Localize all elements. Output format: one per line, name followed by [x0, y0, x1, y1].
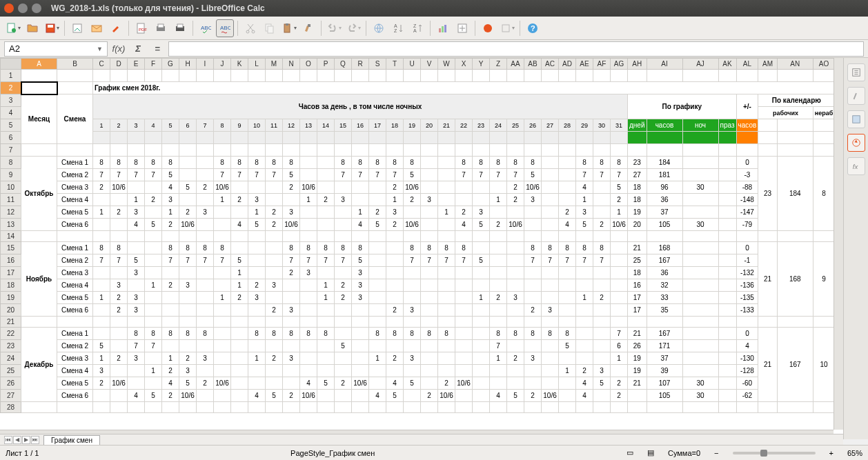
zoom-button[interactable] [498, 19, 516, 37]
svg-rect-9 [158, 24, 164, 28]
status-bar: Лист 1 / 1 PageStyle_График смен ▭ ▤ Сум… [0, 445, 868, 460]
sidebar-navigator-button[interactable] [847, 134, 865, 152]
sheet-tab-active[interactable]: График смен [43, 435, 100, 445]
sheet-tabs: ⏮ ◀ ▶ ⏭ График смен [0, 434, 843, 445]
window-close-button[interactable] [4, 3, 14, 13]
status-pagestyle: PageStyle_График смен [290, 449, 375, 457]
formula-input[interactable] [168, 41, 864, 57]
undo-button[interactable] [325, 19, 343, 37]
equals-button[interactable]: = [149, 42, 166, 56]
sidebar-gallery-button[interactable] [847, 110, 865, 128]
svg-rect-19 [286, 23, 288, 26]
pdf-button[interactable]: PDF [132, 19, 150, 37]
svg-rect-27 [442, 26, 444, 32]
sort-desc-button[interactable]: ZA [408, 19, 426, 37]
tab-last-button[interactable]: ⏭ [31, 436, 39, 444]
svg-text:A: A [394, 23, 397, 28]
sheet-area: ABCDEFGHIJKLMNOPQRSTUVWXYZAAABACADAEAFAG… [0, 58, 843, 439]
status-zoom: 65% [847, 449, 862, 457]
svg-text:Z: Z [413, 23, 417, 28]
status-insert-mode-icon: ▭ [627, 448, 633, 457]
open-button[interactable] [23, 19, 41, 37]
chart-button[interactable] [434, 19, 452, 37]
sum-button[interactable]: Σ [130, 42, 146, 56]
spellcheck-button[interactable]: ABC [197, 19, 215, 37]
sidebar: fx [843, 58, 868, 439]
svg-text:?: ? [531, 24, 535, 32]
main-toolbar: PDF ABC ABC AZ ZA ? [0, 17, 868, 40]
sidebar-functions-button[interactable]: fx [847, 157, 865, 175]
name-box[interactable]: A2▼ [4, 41, 108, 57]
cut-button[interactable] [241, 19, 259, 37]
svg-text:A: A [413, 28, 417, 33]
hyperlink-button[interactable] [370, 19, 388, 37]
svg-text:ABC: ABC [220, 25, 230, 31]
zoom-out-button[interactable]: − [714, 449, 718, 457]
tab-prev-button[interactable]: ◀ [13, 436, 21, 444]
window-maximize-button[interactable] [32, 3, 41, 13]
tab-first-button[interactable]: ⏮ [4, 436, 12, 444]
svg-rect-17 [268, 26, 273, 33]
formula-bar: A2▼ f(x) Σ = [0, 40, 868, 58]
status-sum: Сумма=0 [668, 449, 700, 457]
navigator-button[interactable] [453, 19, 471, 37]
svg-text:ABC: ABC [201, 25, 211, 31]
svg-text:fx: fx [852, 163, 858, 170]
svg-point-1 [12, 28, 16, 32]
new-document-button[interactable] [4, 19, 22, 37]
svg-rect-26 [439, 28, 441, 32]
gallery-button[interactable] [479, 19, 497, 37]
help-button[interactable]: ? [524, 19, 542, 37]
vertical-scrollbar[interactable] [834, 58, 843, 430]
print-button[interactable] [171, 19, 189, 37]
sidebar-properties-button[interactable] [847, 63, 865, 81]
copy-button[interactable] [261, 19, 279, 37]
tab-next-button[interactable]: ▶ [22, 436, 30, 444]
svg-text:Z: Z [394, 28, 397, 33]
export-pdf-button[interactable] [68, 19, 86, 37]
sidebar-styles-button[interactable] [847, 87, 865, 105]
svg-rect-35 [852, 116, 860, 123]
svg-rect-20 [308, 24, 310, 27]
spreadsheet-grid[interactable]: ABCDEFGHIJKLMNOPQRSTUVWXYZAAABACADAEAFAG… [0, 58, 834, 430]
window-titlebar: WG_2018-1.xls (только для чтения) - Libr… [0, 0, 868, 17]
save-button[interactable] [43, 19, 61, 37]
svg-text:PDF: PDF [139, 28, 147, 32]
paste-button[interactable] [280, 19, 298, 37]
mail-button[interactable] [88, 19, 106, 37]
redo-button[interactable] [344, 19, 362, 37]
svg-rect-28 [444, 25, 446, 32]
window-title: WG_2018-1.xls (только для чтения) - Libr… [51, 3, 265, 13]
svg-rect-11 [177, 24, 183, 28]
zoom-slider[interactable] [733, 452, 816, 454]
zoom-in-button[interactable]: + [829, 449, 834, 457]
format-paintbrush-button[interactable] [299, 19, 317, 37]
svg-rect-3 [48, 25, 53, 28]
window-minimize-button[interactable] [18, 3, 28, 13]
function-wizard-button[interactable]: f(x) [110, 42, 127, 56]
status-selection-mode-icon: ▤ [647, 448, 654, 457]
svg-point-30 [484, 24, 492, 32]
edit-mode-button[interactable] [107, 19, 125, 37]
sort-asc-button[interactable]: AZ [389, 19, 407, 37]
status-sheet: Лист 1 / 1 [6, 449, 39, 457]
auto-spellcheck-button[interactable]: ABC [216, 19, 234, 37]
svg-rect-31 [502, 25, 509, 32]
print-preview-button[interactable] [152, 19, 170, 37]
